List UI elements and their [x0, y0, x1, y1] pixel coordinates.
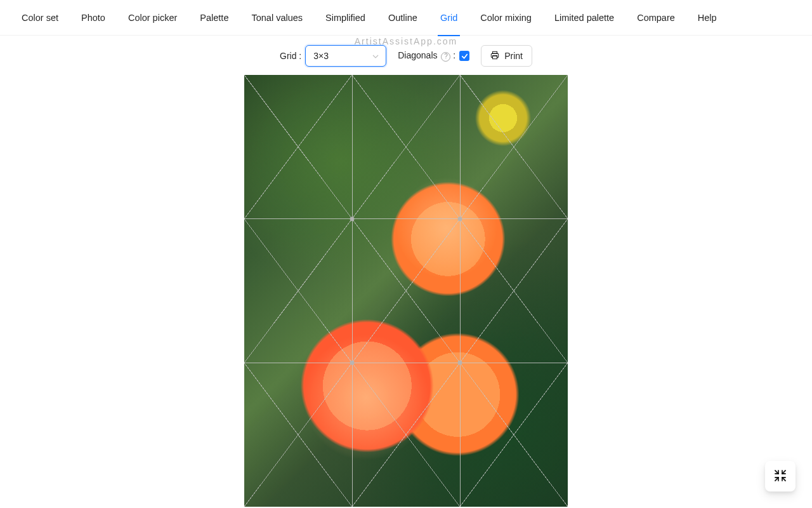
- tab-label: Palette: [200, 13, 228, 23]
- grid-size-value: 3×3: [313, 51, 329, 61]
- chevron-down-icon: [372, 52, 379, 60]
- tab-label: Color picker: [128, 13, 177, 23]
- help-icon[interactable]: ?: [441, 52, 450, 62]
- tab-grid[interactable]: Grid: [429, 0, 469, 36]
- grid-canvas[interactable]: [244, 75, 568, 507]
- tab-label: Help: [698, 13, 717, 23]
- tab-color-mixing[interactable]: Color mixing: [469, 0, 543, 36]
- tab-label: Color set: [22, 13, 58, 23]
- tab-tonal-values[interactable]: Tonal values: [240, 0, 314, 36]
- printer-icon: [490, 51, 499, 62]
- tab-label: Outline: [388, 13, 417, 23]
- tab-color-picker[interactable]: Color picker: [117, 0, 188, 36]
- print-button[interactable]: Print: [481, 45, 532, 67]
- svg-rect-1: [493, 55, 497, 58]
- tab-label: Compare: [637, 13, 675, 23]
- tab-label: Limited palette: [554, 13, 614, 23]
- tab-palette[interactable]: Palette: [188, 0, 240, 36]
- tab-label: Simplified: [325, 13, 365, 23]
- tab-limited-palette[interactable]: Limited palette: [543, 0, 625, 36]
- grid-size-label: Grid :: [280, 51, 301, 61]
- tab-outline[interactable]: Outline: [377, 0, 429, 36]
- grid-size-select[interactable]: 3×3: [305, 45, 386, 67]
- print-button-label: Print: [504, 51, 523, 61]
- grid-toolbar: Grid : 3×3 Diagonals ? : Print: [0, 39, 812, 72]
- diagonals-checkbox[interactable]: [459, 51, 469, 61]
- diagonals-label: Diagonals ? :: [398, 50, 455, 62]
- tab-photo[interactable]: Photo: [70, 0, 117, 36]
- reference-photo: [244, 75, 568, 507]
- canvas-area: [0, 75, 812, 507]
- tab-help[interactable]: Help: [686, 0, 728, 36]
- main-tabs: Color setPhotoColor pickerPaletteTonal v…: [0, 0, 812, 36]
- tab-label: Color mixing: [480, 13, 532, 23]
- diagonals-field: Diagonals ? :: [398, 50, 469, 62]
- grid-size-field: Grid : 3×3: [280, 45, 386, 67]
- tab-label: Photo: [81, 13, 105, 23]
- exit-fullscreen-button[interactable]: [765, 461, 796, 491]
- tab-label: Grid: [440, 13, 457, 23]
- tab-color-set[interactable]: Color set: [10, 0, 70, 36]
- compress-icon: [775, 470, 786, 483]
- tab-label: Tonal values: [251, 13, 303, 23]
- tab-compare[interactable]: Compare: [625, 0, 686, 36]
- tab-simplified[interactable]: Simplified: [314, 0, 377, 36]
